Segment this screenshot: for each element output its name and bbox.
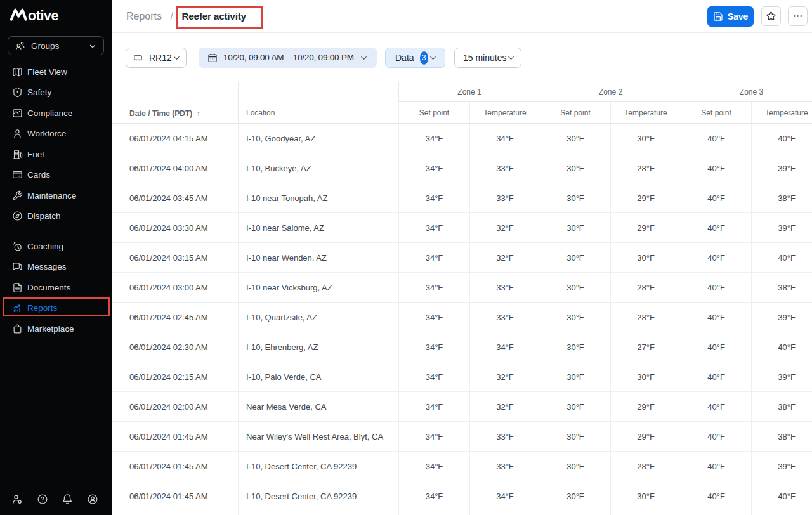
svg-text:otive: otive xyxy=(28,8,59,22)
